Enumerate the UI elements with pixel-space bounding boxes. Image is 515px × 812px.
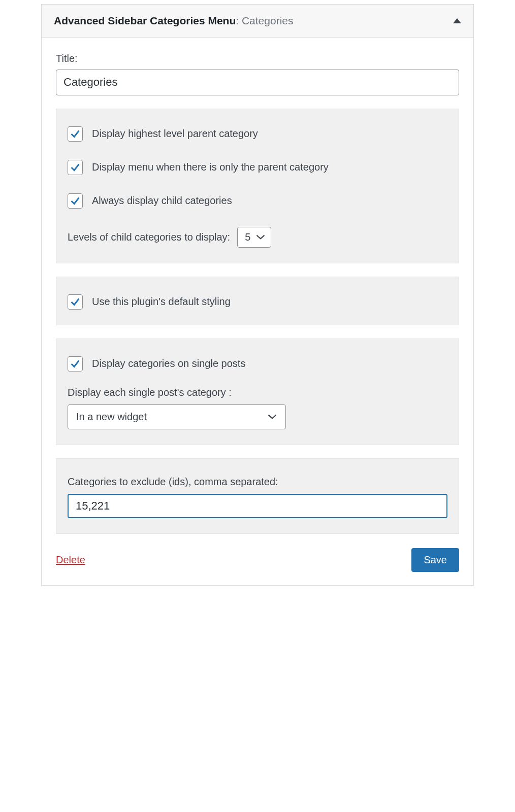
label-single-posts[interactable]: Display categories on single posts xyxy=(92,358,245,369)
exclude-label: Categories to exclude (ids), comma separ… xyxy=(68,476,447,488)
check-icon xyxy=(70,162,81,173)
label-default-styling[interactable]: Use this plugin's default styling xyxy=(92,296,231,308)
label-highest-parent[interactable]: Display highest level parent category xyxy=(92,128,258,140)
check-icon xyxy=(70,195,81,207)
option-always-child: Always display child categories xyxy=(68,193,447,209)
chevron-down-icon xyxy=(255,233,266,241)
widget-footer: Delete Save xyxy=(56,548,459,575)
check-icon xyxy=(70,128,81,140)
exclude-section: Categories to exclude (ids), comma separ… xyxy=(56,458,459,534)
checkbox-only-parent[interactable] xyxy=(68,160,83,175)
collapse-caret-icon[interactable] xyxy=(453,18,461,23)
checkbox-highest-parent[interactable] xyxy=(68,126,83,142)
display-each-label: Display each single post's category : xyxy=(68,387,447,398)
option-default-styling: Use this plugin's default styling xyxy=(68,294,447,310)
title-label: Title: xyxy=(56,53,459,64)
save-button[interactable]: Save xyxy=(411,548,459,572)
display-options-section: Display highest level parent category Di… xyxy=(56,109,459,263)
display-each-value: In a new widget xyxy=(76,411,147,423)
checkbox-single-posts[interactable] xyxy=(68,356,83,371)
checkbox-default-styling[interactable] xyxy=(68,294,83,310)
styling-section: Use this plugin's default styling xyxy=(56,277,459,325)
levels-label: Levels of child categories to display: xyxy=(68,231,230,243)
option-only-parent: Display menu when there is only the pare… xyxy=(68,160,447,175)
levels-select[interactable]: 5 xyxy=(237,227,271,248)
widget-header[interactable]: Advanced Sidebar Categories Menu: Catego… xyxy=(42,5,473,38)
widget-title-strong: Advanced Sidebar Categories Menu xyxy=(54,15,236,26)
check-icon xyxy=(70,358,81,369)
widget-body: Title: Display highest level parent cate… xyxy=(42,38,473,585)
label-always-child[interactable]: Always display child categories xyxy=(92,195,232,207)
label-only-parent[interactable]: Display menu when there is only the pare… xyxy=(92,161,329,173)
single-posts-section: Display categories on single posts Displ… xyxy=(56,339,459,445)
widget-container: Advanced Sidebar Categories Menu: Catego… xyxy=(41,4,474,586)
chevron-down-icon xyxy=(267,413,277,420)
option-highest-parent: Display highest level parent category xyxy=(68,126,447,142)
display-each-select[interactable]: In a new widget xyxy=(68,404,286,429)
checkbox-always-child[interactable] xyxy=(68,193,83,209)
delete-link[interactable]: Delete xyxy=(56,554,85,566)
levels-value: 5 xyxy=(245,231,250,243)
widget-title: Advanced Sidebar Categories Menu: Catego… xyxy=(54,15,294,27)
exclude-input[interactable] xyxy=(68,494,447,519)
levels-row: Levels of child categories to display: 5 xyxy=(68,227,447,248)
option-single-posts: Display categories on single posts xyxy=(68,356,447,371)
title-input[interactable] xyxy=(56,70,459,95)
widget-title-sub: : Categories xyxy=(236,15,293,26)
check-icon xyxy=(70,296,81,308)
